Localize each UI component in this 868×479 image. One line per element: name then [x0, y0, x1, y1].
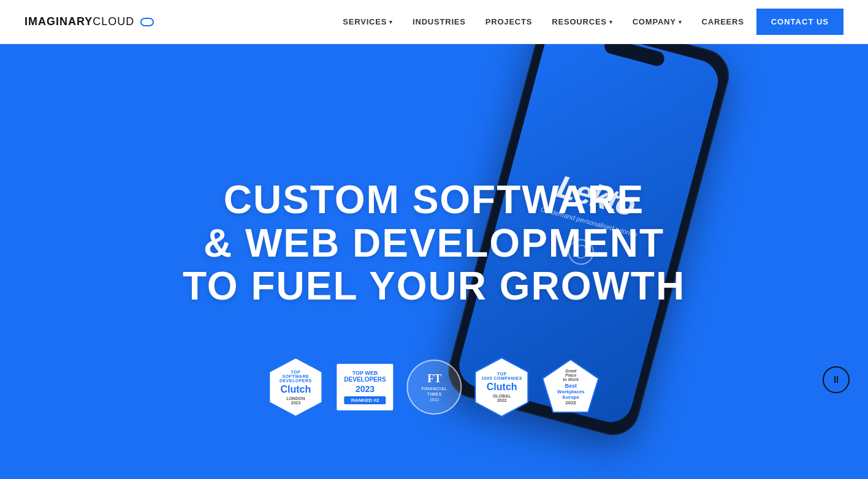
nav-item-company[interactable]: COMPANY ▾ [625, 12, 690, 31]
pause-icon: ⏸ [831, 374, 841, 385]
chevron-down-icon: ▾ [609, 19, 613, 25]
clutch-label-1: Clutch [280, 384, 312, 395]
hero-section: Lekto On demand personalised tutoring CU… [0, 44, 868, 479]
nav-item-services[interactable]: SERVICES ▾ [335, 12, 400, 31]
pause-button[interactable]: ⏸ [823, 366, 850, 393]
chevron-down-icon: ▾ [679, 19, 682, 25]
nav-item-careers[interactable]: CAREERS [695, 12, 752, 31]
badge-top-web-developers: TOP WEB DEVELOPERS 2023 RANKED #2 [335, 363, 394, 412]
logo-text: IMAGINARYCLOUD [25, 15, 134, 28]
hero-content: CUSTOM SOFTWARE & WEB DEVELOPMENT TO FUE… [183, 178, 685, 307]
nav-links: SERVICES ▾ INDUSTRIES PROJECTS RESOURCES… [335, 9, 843, 35]
badge-clutch-london: TOP SOFTWARE DEVELOPERS Clutch LONDON 20… [268, 356, 323, 418]
badge-ft: FT FINANCIAL TIMES 2022 [407, 360, 462, 415]
nav-item-industries[interactable]: INDUSTRIES [405, 12, 473, 31]
navbar: IMAGINARYCLOUD SERVICES ▾ INDUSTRIES PRO… [0, 0, 868, 44]
nav-item-projects[interactable]: PROJECTS [478, 12, 539, 31]
badges-row: TOP SOFTWARE DEVELOPERS Clutch LONDON 20… [268, 356, 600, 418]
logo[interactable]: IMAGINARYCLOUD [25, 15, 154, 28]
nav-item-contact[interactable]: CONTACT US [756, 9, 843, 35]
logo-icon [140, 18, 154, 26]
badge-best-workplaces: Great Place to Work Best Workplaces Euro… [542, 358, 600, 417]
chevron-down-icon: ▾ [389, 19, 393, 25]
badge-clutch-global: TOP 1000 COMPANIES Clutch GLOBAL 2022 [474, 356, 530, 418]
clutch-label-2: Clutch [481, 382, 522, 393]
hero-title: CUSTOM SOFTWARE & WEB DEVELOPMENT TO FUE… [183, 178, 685, 307]
nav-item-resources[interactable]: RESOURCES ▾ [544, 12, 620, 31]
